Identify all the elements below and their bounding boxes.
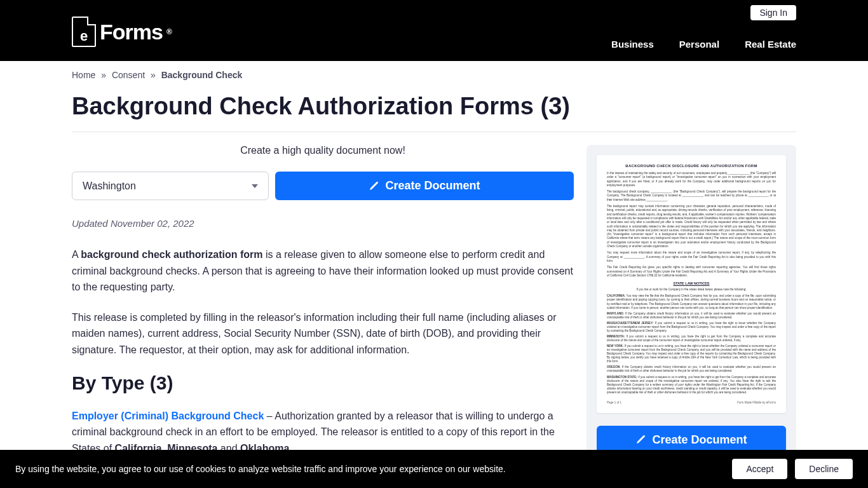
paragraph-2: This release is completed by filling in … xyxy=(72,309,574,358)
cookie-text: By using the website, you agree to our u… xyxy=(15,464,506,474)
nav-personal[interactable]: Personal xyxy=(679,39,719,50)
chevron-down-icon xyxy=(252,184,258,188)
breadcrumb-consent[interactable]: Consent xyxy=(112,70,145,80)
document-preview[interactable]: BACKGROUND CHECK DISCLOSURE AND AUTHORIZ… xyxy=(597,155,786,413)
breadcrumb-current: Background Check xyxy=(161,70,243,80)
page-title: Background Check Authorization Forms (3) xyxy=(72,89,796,132)
main-nav: Business Personal Real Estate xyxy=(611,39,796,61)
cookie-banner: By using the website, you agree to our u… xyxy=(0,450,868,488)
sidebar: BACKGROUND CHECK DISCLOSURE AND AUTHORIZ… xyxy=(587,145,796,488)
updated-date: Updated November 02, 2022 xyxy=(72,218,574,229)
breadcrumb-home[interactable]: Home xyxy=(72,70,95,80)
logo-icon: e xyxy=(72,17,96,47)
nav-business[interactable]: Business xyxy=(611,39,654,50)
site-header: Sign In e Forms® Business Personal Real … xyxy=(0,0,868,61)
pencil-icon xyxy=(635,435,646,445)
by-type-heading: By Type (3) xyxy=(72,372,574,394)
cookie-accept-button[interactable]: Accept xyxy=(732,459,787,479)
create-document-button[interactable]: Create Document xyxy=(275,172,574,200)
intro-paragraph: A background check authorization form is… xyxy=(72,247,574,295)
sign-in-button[interactable]: Sign In xyxy=(750,5,796,20)
type-item-employer: Employer (Criminal) Background Check – A… xyxy=(72,408,574,457)
state-select[interactable]: Washington xyxy=(72,172,269,200)
logo[interactable]: e Forms® xyxy=(72,17,172,61)
cookie-decline-button[interactable]: Decline xyxy=(795,459,853,479)
employer-link[interactable]: Employer (Criminal) Background Check xyxy=(72,410,264,421)
breadcrumb: Home » Consent » Background Check xyxy=(72,61,796,89)
cta-text: Create a high quality document now! xyxy=(72,145,574,156)
nav-real-estate[interactable]: Real Estate xyxy=(745,39,796,50)
pencil-icon xyxy=(369,181,379,191)
